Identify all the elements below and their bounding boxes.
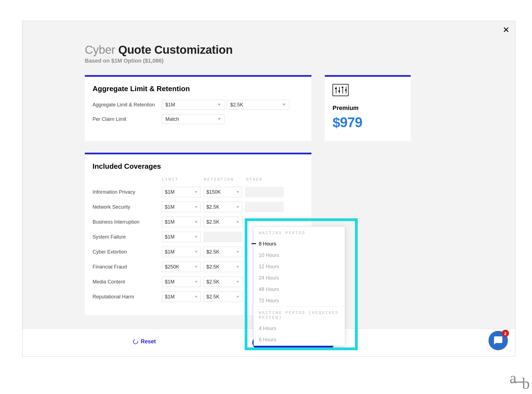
dropdown-option[interactable]: 12 Hours — [254, 261, 345, 272]
title-prefix: Cyber — [85, 43, 115, 56]
dropdown-option[interactable]: 8 Hours — [254, 238, 345, 250]
chevron-down-icon — [218, 104, 221, 106]
aggregate-row: Aggregate Limit & Retention $1M $2.5K — [93, 100, 304, 110]
coverage-retention-empty — [203, 232, 242, 242]
coverage-retention-select[interactable]: $2.5K — [203, 277, 242, 287]
aggregate-retention-select[interactable]: $2.5K — [227, 100, 289, 110]
coverage-label: Reputational Harm — [93, 294, 162, 300]
waiting-period-dropdown: WAITING PERIOD 8 Hours10 Hours12 Hours24… — [254, 227, 345, 346]
modal-frame: ✕ Cyber Quote Customization Based on $1M… — [22, 21, 515, 357]
reset-button[interactable]: Reset — [133, 338, 156, 345]
coverage-limit-select[interactable]: $1M — [162, 277, 201, 287]
dropdown-option[interactable]: 72 Hours — [254, 295, 345, 306]
dropdown-option[interactable]: 4 Hours — [254, 323, 345, 334]
watermark: ab — [510, 369, 529, 392]
premium-card: Premium $979 — [325, 75, 411, 141]
chevron-down-icon — [218, 118, 221, 120]
coverage-label: Information Privacy — [93, 189, 162, 195]
coverage-limit-select[interactable]: $1M — [162, 291, 201, 302]
coverage-row: Network Security$1M$2.5K — [93, 201, 304, 213]
coverage-label: Cyber Extortion — [93, 249, 162, 255]
premium-label: Premium — [332, 104, 403, 112]
page-title: Cyber Quote Customization — [85, 43, 412, 57]
chevron-down-icon — [282, 104, 286, 106]
title-main: Quote Customization — [118, 43, 233, 56]
coverage-label: System Failure — [93, 234, 162, 240]
coverage-retention-select[interactable]: $2.5K — [203, 262, 242, 272]
coverage-other-empty — [245, 187, 284, 197]
coverage-retention-select[interactable]: $2.5K — [203, 217, 242, 227]
coverage-label: Network Security — [93, 204, 162, 210]
coverage-limit-select[interactable]: $1M — [162, 202, 201, 212]
content-area: Cyber Quote Customization Based on $1M O… — [85, 43, 412, 315]
coverages-title: Included Coverages — [93, 162, 304, 171]
col-other: OTHER — [246, 177, 288, 182]
aggregate-label: Aggregate Limit & Retention — [93, 102, 162, 108]
subtitle: Based on $1M Option ($1,086) — [85, 58, 412, 64]
coverage-label: Media Content — [93, 279, 162, 285]
coverage-row: Information Privacy$1M$150K — [93, 186, 304, 198]
dropdown-option[interactable]: 48 Hours — [254, 284, 345, 295]
col-retention: RETENTION — [204, 177, 246, 182]
coverage-limit-select[interactable]: $1M — [162, 247, 201, 257]
close-icon[interactable]: ✕ — [503, 25, 510, 35]
coverage-label: Financial Fraud — [93, 264, 162, 270]
dropdown-option[interactable]: 6 Hours — [254, 334, 345, 346]
dropdown-option[interactable]: 24 Hours — [254, 272, 345, 284]
per-claim-label: Per Claim Limit — [93, 116, 162, 122]
chat-button[interactable]: 2 — [488, 331, 508, 350]
coverage-limit-select[interactable]: $1M — [162, 232, 201, 242]
coverage-limit-select[interactable]: $250K — [162, 262, 201, 272]
refresh-icon — [132, 338, 139, 345]
coverage-retention-select[interactable]: $2.5K — [203, 291, 242, 302]
coverage-retention-select[interactable]: $2.5K — [203, 247, 242, 257]
coverage-other-empty — [245, 202, 284, 212]
dropdown-header-review: WAITING PERIOD (REQUIRES REVIEW) — [254, 306, 345, 323]
coverage-retention-select[interactable]: $150K — [203, 187, 242, 197]
aggregate-card: Aggregate Limit & Retention Aggregate Li… — [85, 75, 311, 141]
coverage-row: Business Interruption$1M$2.5K — [93, 216, 304, 227]
coverage-limit-select[interactable]: $1M — [162, 187, 201, 197]
dropdown-header: WAITING PERIOD — [254, 227, 345, 238]
per-claim-select[interactable]: Match — [162, 114, 224, 124]
notification-badge: 2 — [502, 330, 509, 337]
per-claim-row: Per Claim Limit Match — [93, 114, 304, 124]
chat-icon — [493, 336, 503, 346]
mixer-icon — [332, 84, 349, 96]
column-headers: LIMIT RETENTION OTHER — [162, 177, 304, 182]
premium-amount: $979 — [332, 114, 403, 131]
coverage-retention-select[interactable]: $2.5K — [203, 202, 242, 212]
dropdown-option[interactable]: 10 Hours — [254, 250, 345, 261]
coverage-label: Business Interruption — [93, 219, 162, 225]
aggregate-title: Aggregate Limit & Retention — [93, 85, 304, 93]
coverage-limit-select[interactable]: $1M — [162, 217, 201, 227]
col-limit: LIMIT — [162, 177, 204, 182]
aggregate-limit-select[interactable]: $1M — [162, 100, 224, 110]
